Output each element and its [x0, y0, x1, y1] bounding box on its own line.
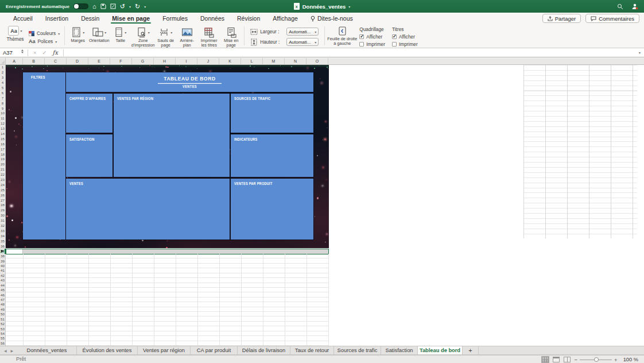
- row-header-15[interactable]: 15: [0, 136, 5, 141]
- titres-imprimer-checkbox[interactable]: Imprimer: [392, 41, 418, 47]
- sheet-tab-sources-de-trafic[interactable]: Sources de trafic: [334, 346, 381, 354]
- row-header-20[interactable]: 20: [0, 162, 5, 167]
- row-header-32[interactable]: 32: [0, 223, 5, 229]
- page-layout-view-icon[interactable]: [553, 357, 560, 362]
- row-header-6[interactable]: 6: [0, 90, 5, 95]
- row-header-3[interactable]: 3: [0, 75, 5, 80]
- row-header-48[interactable]: 48: [0, 302, 5, 307]
- column-header-K[interactable]: K: [219, 58, 241, 64]
- row-header-35[interactable]: 35: [0, 238, 5, 244]
- row-header-50[interactable]: 50: [0, 312, 5, 316]
- tab-next-icon[interactable]: ▶: [11, 349, 14, 353]
- active-cell-A37[interactable]: [6, 249, 23, 254]
- row-header-41[interactable]: 41: [0, 268, 5, 273]
- row-header-47[interactable]: 47: [0, 298, 5, 302]
- row-header-9[interactable]: 9: [0, 106, 5, 111]
- name-box[interactable]: A37: [0, 48, 25, 57]
- column-header-F[interactable]: F: [110, 58, 132, 64]
- grid-below-selection[interactable]: [6, 254, 329, 346]
- column-header-N[interactable]: N: [285, 58, 307, 64]
- row-header-2[interactable]: 2: [0, 70, 5, 75]
- row-header-33[interactable]: 33: [0, 229, 5, 234]
- row-header-18[interactable]: 18: [0, 152, 5, 157]
- themes-button[interactable]: Aa ▾ Thèmes: [5, 26, 26, 48]
- formulabar-expand-icon[interactable]: ▾: [639, 51, 641, 55]
- column-header-C[interactable]: C: [45, 58, 67, 64]
- largeur-dropdown[interactable]: Automati...▾: [286, 28, 319, 36]
- row-header-43[interactable]: 43: [0, 278, 5, 283]
- row-header-25[interactable]: 25: [0, 187, 5, 192]
- page-break-view-icon[interactable]: [564, 357, 571, 362]
- column-header-M[interactable]: M: [263, 58, 285, 64]
- confirm-entry-icon[interactable]: ✓: [40, 49, 50, 56]
- share-button[interactable]: Partager: [542, 14, 581, 23]
- column-header-D[interactable]: D: [67, 58, 88, 64]
- title-chevron-icon[interactable]: ▾: [348, 5, 350, 9]
- account-icon[interactable]: [631, 3, 638, 10]
- row-header-56[interactable]: 56: [0, 341, 5, 346]
- column-header-L[interactable]: L: [241, 58, 263, 64]
- row-header-54[interactable]: 54: [0, 331, 5, 336]
- tab-prev-icon[interactable]: ◀: [4, 349, 7, 353]
- row-header-12[interactable]: 12: [0, 121, 5, 126]
- row-header-24[interactable]: 24: [0, 182, 5, 187]
- column-header-B[interactable]: B: [23, 58, 45, 64]
- sheet-tab-taux-de-retour[interactable]: Taux de retour: [290, 346, 334, 354]
- column-header-A[interactable]: A: [6, 58, 23, 64]
- zoom-out-icon[interactable]: −: [575, 357, 578, 363]
- titres-afficher-checkbox[interactable]: Afficher: [392, 34, 418, 40]
- row-header-4[interactable]: 4: [0, 80, 5, 86]
- row-header-26[interactable]: 26: [0, 192, 5, 198]
- row-headers-bottom[interactable]: 38394041424344454647484950515253545556: [0, 254, 6, 346]
- ribbon-tab-donn-es[interactable]: Données: [194, 13, 231, 24]
- row-header-31[interactable]: 31: [0, 218, 5, 223]
- undo-icon[interactable]: ↺: [120, 3, 125, 10]
- column-header-E[interactable]: E: [88, 58, 110, 64]
- polices-button[interactable]: Aa Polices▾: [29, 38, 60, 44]
- quadrillage-afficher-checkbox[interactable]: Afficher: [359, 34, 385, 40]
- row-header-28[interactable]: 28: [0, 203, 5, 208]
- function-icon[interactable]: ƒx: [50, 49, 61, 56]
- arriere-plan-button[interactable]: Arrière-plan: [176, 26, 197, 48]
- sheet-tab-d-lais-de-livraison[interactable]: Délais de livraison: [238, 346, 290, 354]
- row-header-55[interactable]: 55: [0, 336, 5, 341]
- row-header-8[interactable]: 8: [0, 101, 5, 106]
- row-header-45[interactable]: 45: [0, 288, 5, 292]
- ribbon-tab-affichage[interactable]: Affichage: [266, 13, 304, 24]
- row-header-53[interactable]: 53: [0, 326, 5, 331]
- row-header-22[interactable]: 22: [0, 172, 5, 177]
- row-header-21[interactable]: 21: [0, 167, 5, 172]
- zoom-slider[interactable]: − +: [575, 357, 618, 363]
- row-header-16[interactable]: 16: [0, 141, 5, 146]
- row-header-27[interactable]: 27: [0, 198, 5, 203]
- row-header-34[interactable]: 34: [0, 233, 5, 238]
- redo-icon[interactable]: ↻: [135, 3, 140, 10]
- row-header-17[interactable]: 17: [0, 146, 5, 152]
- sheet-tab--volution-des-ventes[interactable]: Évolution des ventes: [77, 346, 138, 354]
- row-header-49[interactable]: 49: [0, 307, 5, 312]
- column-header-O[interactable]: O: [307, 58, 328, 64]
- row-header-40[interactable]: 40: [0, 264, 5, 268]
- row-header-1[interactable]: 1: [0, 65, 5, 70]
- sheet-tab-nav[interactable]: ◀▶: [0, 346, 17, 354]
- row-header-52[interactable]: 52: [0, 322, 5, 326]
- toolbar-overflow-icon[interactable]: ▾: [144, 5, 146, 9]
- quadrillage-imprimer-checkbox[interactable]: Imprimer: [359, 41, 385, 47]
- column-header-H[interactable]: H: [154, 58, 176, 64]
- select-all-corner[interactable]: [0, 58, 6, 64]
- row-header-38[interactable]: 38: [0, 254, 5, 258]
- row-header-10[interactable]: 10: [0, 111, 5, 116]
- search-icon[interactable]: [617, 3, 623, 10]
- cancel-entry-icon[interactable]: ×: [30, 49, 40, 56]
- marges-button[interactable]: ▾ Marges: [67, 26, 88, 43]
- column-header-I[interactable]: I: [176, 58, 197, 64]
- save-icon[interactable]: [100, 3, 106, 9]
- row-header-14[interactable]: 14: [0, 132, 5, 137]
- hauteur-dropdown[interactable]: Automati...▾: [286, 38, 319, 46]
- edit-icon[interactable]: [110, 3, 116, 9]
- home-icon[interactable]: ⌂: [92, 3, 96, 10]
- row-header-19[interactable]: 19: [0, 157, 5, 162]
- orientation-button[interactable]: ▾ Orientation: [88, 26, 110, 43]
- column-header-J[interactable]: J: [197, 58, 219, 64]
- ribbon-tab-formules[interactable]: Formules: [156, 13, 194, 24]
